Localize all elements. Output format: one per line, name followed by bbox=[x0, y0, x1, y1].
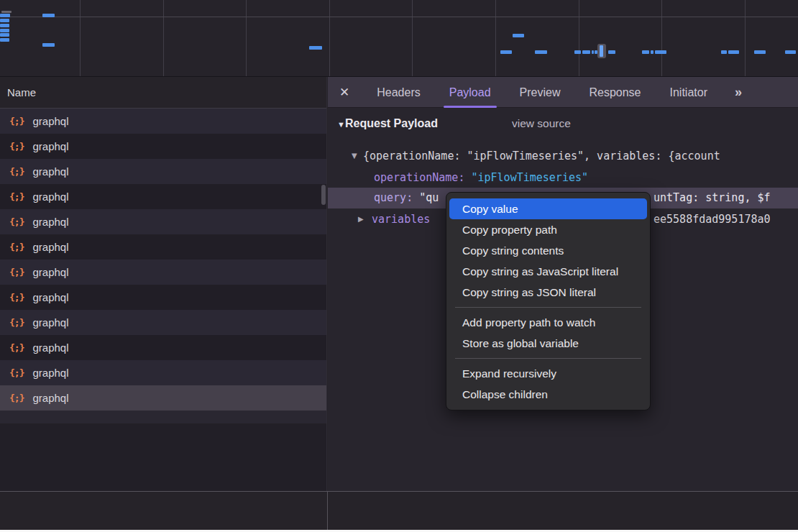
request-timing-bar bbox=[592, 50, 594, 54]
json-braces-icon: {;} bbox=[9, 342, 24, 353]
request-name-label: graphql bbox=[32, 140, 68, 152]
menu-item-expand-recursively[interactable]: Expand recursively bbox=[449, 363, 647, 384]
network-overview-timeline[interactable] bbox=[0, 0, 798, 77]
request-row[interactable]: {;}graphql bbox=[0, 310, 326, 335]
overview-gridline bbox=[329, 0, 330, 76]
request-row[interactable]: {;}graphql bbox=[0, 335, 326, 360]
request-name-label: graphql bbox=[32, 367, 68, 379]
request-timing-bar bbox=[785, 50, 796, 54]
view-source-link[interactable]: view source bbox=[512, 113, 571, 134]
tab-response[interactable]: Response bbox=[587, 77, 642, 108]
request-timing-bar bbox=[513, 34, 524, 37]
request-row[interactable]: {;}graphql bbox=[0, 360, 326, 385]
menu-item-store-as-global-variable[interactable]: Store as global variable bbox=[449, 333, 647, 354]
json-braces-icon: {;} bbox=[9, 292, 24, 303]
request-row[interactable]: {;}graphql bbox=[0, 134, 326, 159]
request-timing-bar bbox=[0, 29, 9, 32]
request-list-panel: Name {;}graphql{;}graphql{;}graphql{;}gr… bbox=[0, 77, 327, 491]
request-row[interactable]: {;}graphql bbox=[0, 385, 326, 411]
request-timing-bar bbox=[728, 50, 739, 54]
request-row[interactable]: {;}graphql bbox=[0, 260, 326, 285]
property-value-right-fragment: untTag: string, $f bbox=[653, 188, 771, 208]
tab-payload[interactable]: Payload bbox=[448, 77, 492, 108]
overview-selected-request-marker bbox=[597, 44, 606, 58]
request-timing-bar bbox=[42, 43, 55, 47]
json-braces-icon: {;} bbox=[9, 393, 24, 403]
json-braces-icon: {;} bbox=[9, 242, 24, 252]
section-title: Request Payload bbox=[345, 113, 438, 134]
json-braces-icon: {;} bbox=[9, 216, 24, 227]
menu-separator bbox=[455, 307, 641, 308]
request-row[interactable]: {;}graphql bbox=[0, 209, 326, 234]
json-braces-icon: {;} bbox=[9, 267, 24, 278]
status-footer bbox=[0, 491, 798, 530]
request-timing-bar bbox=[582, 50, 590, 54]
tab-preview[interactable]: Preview bbox=[518, 77, 562, 108]
menu-item-collapse-children[interactable]: Collapse children bbox=[449, 384, 647, 405]
overview-gridline bbox=[579, 0, 579, 76]
overview-gridline bbox=[80, 0, 81, 76]
column-header-name[interactable]: Name bbox=[0, 77, 326, 109]
devtools-network-window: Name {;}graphql{;}graphql{;}graphql{;}gr… bbox=[0, 0, 798, 532]
json-braces-icon: {;} bbox=[9, 191, 24, 202]
context-menu: Copy valueCopy property pathCopy string … bbox=[446, 192, 651, 411]
request-timing-bar bbox=[0, 24, 9, 27]
overview-gridline bbox=[495, 0, 496, 76]
request-row[interactable]: {;}graphql bbox=[0, 109, 326, 134]
request-name-label: graphql bbox=[32, 216, 68, 228]
property-key: variables bbox=[372, 213, 430, 226]
tab-headers[interactable]: Headers bbox=[375, 77, 421, 108]
request-name-label: graphql bbox=[32, 241, 68, 253]
menu-item-add-property-path-to-watch[interactable]: Add property path to watch bbox=[449, 312, 647, 333]
overview-selected-bar bbox=[600, 45, 603, 57]
close-icon[interactable]: ✕ bbox=[339, 85, 349, 100]
request-timing-bar bbox=[655, 50, 666, 54]
request-timing-bar bbox=[0, 14, 10, 17]
request-timing-bar bbox=[42, 14, 55, 17]
request-list: {;}graphql{;}graphql{;}graphql{;}graphql… bbox=[0, 109, 326, 411]
request-timing-bar bbox=[574, 50, 581, 54]
overview-lane-divider bbox=[0, 17, 798, 17]
json-braces-icon: {;} bbox=[9, 141, 24, 152]
request-timing-bar bbox=[595, 50, 597, 54]
footer-panel-divider bbox=[327, 492, 328, 531]
payload-root-preview: {operationName: "ipFlowTimeseries", vari… bbox=[363, 145, 720, 167]
tab-initiator[interactable]: Initiator bbox=[669, 77, 709, 108]
property-value-right-fragment: ee5588fdad995178a0 bbox=[653, 208, 771, 230]
payload-operationname-row[interactable]: operationName: "ipFlowTimeseries" bbox=[328, 167, 798, 188]
request-name-label: graphql bbox=[32, 165, 68, 178]
json-braces-icon: {;} bbox=[9, 116, 24, 127]
request-row[interactable]: {;}graphql bbox=[0, 234, 326, 260]
overview-gridline bbox=[412, 0, 413, 76]
menu-item-copy-value[interactable]: Copy value bbox=[449, 198, 647, 219]
empty-row-stripe bbox=[0, 411, 326, 423]
json-braces-icon: {;} bbox=[9, 166, 24, 177]
menu-separator bbox=[455, 358, 641, 359]
menu-item-copy-property-path[interactable]: Copy property path bbox=[449, 219, 647, 240]
property-value-left-fragment: "qu bbox=[413, 191, 439, 204]
request-timing-bar bbox=[1, 11, 12, 13]
request-row[interactable]: {;}graphql bbox=[0, 184, 326, 209]
scrollbar-thumb[interactable] bbox=[321, 185, 326, 205]
request-name-label: graphql bbox=[32, 341, 68, 354]
collapsed-triangle-icon[interactable]: ▶ bbox=[358, 208, 364, 230]
overview-gridline bbox=[163, 0, 164, 76]
request-row[interactable]: {;}graphql bbox=[0, 159, 326, 184]
more-tabs-icon[interactable]: » bbox=[735, 85, 740, 100]
menu-item-copy-string-contents[interactable]: Copy string contents bbox=[449, 240, 647, 261]
property-key: query: bbox=[374, 191, 413, 204]
overview-gridline bbox=[745, 0, 746, 76]
menu-item-copy-string-as-javascript-literal[interactable]: Copy string as JavaScript literal bbox=[449, 261, 647, 282]
request-name-label: graphql bbox=[32, 191, 68, 203]
payload-root-row[interactable]: ▼ {operationName: "ipFlowTimeseries", va… bbox=[328, 145, 798, 167]
detail-tab-bar: ✕ HeadersPayloadPreviewResponseInitiator… bbox=[328, 77, 798, 108]
request-timing-bar bbox=[0, 33, 9, 37]
section-expanded-icon[interactable]: ▼ bbox=[337, 114, 345, 135]
expanded-triangle-icon[interactable]: ▼ bbox=[352, 145, 357, 167]
request-row[interactable]: {;}graphql bbox=[0, 285, 326, 310]
menu-item-copy-string-as-json-literal[interactable]: Copy string as JSON literal bbox=[449, 282, 647, 303]
column-header-label: Name bbox=[7, 86, 36, 98]
request-timing-bar bbox=[0, 38, 9, 42]
request-timing-bar bbox=[754, 50, 766, 54]
property-key: operationName: bbox=[374, 171, 464, 184]
